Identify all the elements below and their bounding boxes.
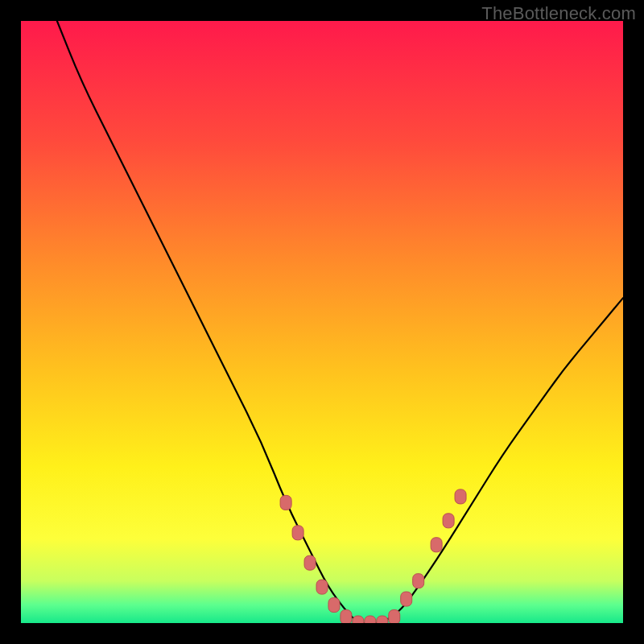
watermark-text: TheBottleneck.com [481, 3, 636, 24]
curve-marker [353, 616, 364, 623]
chart-frame [21, 21, 623, 623]
curve-marker [377, 616, 388, 623]
curve-marker [443, 514, 454, 528]
curve-marker [304, 555, 316, 570]
curve-marker [401, 592, 412, 606]
curve-marker [455, 489, 466, 504]
curve-marker [365, 616, 376, 623]
curve-marker [341, 610, 352, 623]
curve-marker [316, 580, 328, 594]
curve-marker [280, 495, 291, 510]
curve-marker [413, 574, 424, 588]
gradient-background [21, 21, 623, 623]
curve-marker [292, 526, 303, 540]
bottleneck-chart [21, 21, 623, 623]
curve-marker [328, 598, 340, 613]
curve-marker [431, 538, 442, 552]
curve-marker [389, 610, 400, 623]
